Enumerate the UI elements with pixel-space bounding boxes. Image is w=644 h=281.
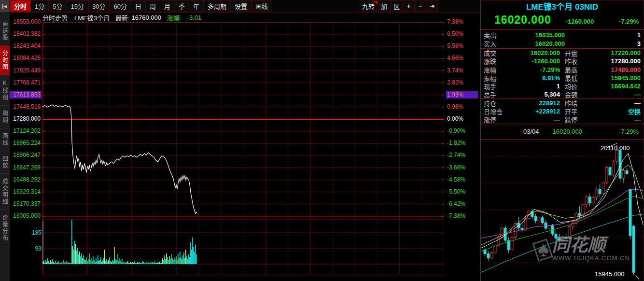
toolbar-button-加[interactable]: 加: [378, 0, 391, 12]
sidebar-item-自选股[interactable]: 自选股: [0, 16, 10, 46]
last-label: 最新:: [115, 13, 130, 22]
price-change: -1260.000: [566, 18, 594, 25]
quote-row-总手: 总手5,304金额—: [481, 90, 644, 98]
quote-symbol-title: LME镍3个月 03NID: [481, 0, 644, 14]
percent-axis-label: 4.66%: [446, 55, 478, 62]
price-axis-label: 16806.247: [10, 152, 42, 159]
price-axis-label: 17124.202: [10, 127, 42, 135]
sidebar-item-价量分布[interactable]: 价量分布: [0, 210, 10, 246]
percent-axis-label: -0.90%: [446, 127, 478, 135]
collapse-left-icon[interactable]: ◀: [0, 0, 10, 12]
left-sidebar: 自选股分时图K线图周期画线回放成交明细价量分布: [0, 13, 10, 281]
percent-axis-label: -3.66%: [446, 164, 478, 171]
price-axis-label: 16005.000: [10, 212, 42, 220]
date-price: 16020.000: [553, 128, 582, 135]
price-axis-label: 17280.000: [10, 115, 42, 123]
tab-季[interactable]: 季: [175, 0, 189, 12]
percent-axis-label: 2.82%: [446, 79, 478, 86]
price-axis-label: 17766.471: [10, 79, 42, 86]
trading-terminal: ◀ 分时1分5分15分30分60分日周月季年多周期设置画线 九转加区+−⇥ 自选…: [0, 0, 644, 281]
price-axis-label: 18402.382: [10, 30, 42, 38]
tab-画线[interactable]: 画线: [252, 0, 272, 12]
percent-axis-label: -6.42%: [446, 200, 478, 208]
tab-15分[interactable]: 15分: [67, 0, 88, 12]
price-axis-label: 18084.426: [10, 55, 42, 62]
tab-月[interactable]: 月: [160, 0, 175, 12]
kline-low-label: 15945.000: [595, 270, 624, 278]
sidebar-item-周期[interactable]: 周期: [0, 106, 10, 128]
sidebar-item-成交明细[interactable]: 成交明细: [0, 174, 10, 210]
volume-axis-label: 93: [10, 245, 42, 252]
sidebar-item-回放[interactable]: 回放: [0, 151, 10, 174]
sidebar-item-画线[interactable]: 画线: [0, 128, 10, 151]
price-axis-label: 16170.337: [10, 200, 42, 208]
quote-detail-rows: 成交16020.000开盘17220.000涨跌-1260.000昨收17280…: [481, 49, 644, 124]
quote-row-涨幅: 涨幅-7.29%最高17485.000: [481, 66, 644, 74]
change-value: -3.01: [187, 14, 202, 21]
tab-分时[interactable]: 分时: [10, 0, 31, 12]
intraday-panel: 分时走势 LME镍3个月 最新: 16760.000 涨幅: -3.01 185…: [10, 13, 480, 281]
toolbar-button-⇥[interactable]: ⇥: [426, 0, 438, 12]
bid-row: 买入16020.0003: [481, 39, 644, 48]
percent-axis-label: 1.93%: [446, 91, 478, 98]
date-percent: -7.29%: [619, 128, 639, 135]
tab-年[interactable]: 年: [189, 0, 204, 12]
price-change-percent: -7.29%: [619, 18, 639, 25]
tab-5分[interactable]: 5分: [49, 0, 67, 12]
quote-row-持仓: 持仓228912昨结—: [481, 99, 644, 107]
bid-ask-block: 卖出16035.0001买入16020.0003: [481, 30, 644, 49]
quote-panel: LME镍3个月 03NID 16020.000 -1260.000 -7.29%…: [480, 0, 644, 281]
quote-row-日增仓: 日增仓+228912开平空换: [481, 107, 644, 115]
quote-row-现手: 现手1均价16694.642: [481, 82, 644, 90]
tab-日[interactable]: 日: [131, 0, 146, 12]
percent-axis-label: 6.50%: [446, 30, 478, 38]
sidebar-item-K线图[interactable]: K线图: [0, 75, 10, 106]
quote-row-涨跌: 涨跌-1260.000昨收17280.000: [481, 57, 644, 65]
price-axis-label: 18555.000: [10, 18, 42, 26]
toolbar-right-buttons: 九转加区+−⇥: [359, 0, 438, 12]
date-row: 03/04 16020.000 -7.29%: [481, 124, 644, 140]
percent-axis-label: 0.98%: [446, 103, 478, 111]
chart-header: 分时走势 LME镍3个月 最新: 16760.000 涨幅: -3.01: [42, 13, 201, 22]
sidebar-item-分时图[interactable]: 分时图: [0, 46, 10, 75]
toolbar-button-+[interactable]: +: [403, 0, 415, 12]
last-value: 16760.000: [132, 14, 161, 21]
kline-chart[interactable]: 20110.00015945.000: [481, 140, 644, 281]
quote-row-涨停: 涨停—跌停—: [481, 115, 644, 124]
tab-多周期[interactable]: 多周期: [204, 0, 231, 12]
percent-axis-label: 7.38%: [446, 18, 478, 26]
price-axis-label: 18243.404: [10, 42, 42, 50]
toolbar-button-区[interactable]: 区: [391, 0, 403, 12]
quote-row-振幅: 振幅8.91%最低15945.000: [481, 74, 644, 82]
percent-axis-label: 0.00%: [446, 115, 478, 123]
percent-axis-label: 3.74%: [446, 67, 478, 74]
last-price: 16020.000: [494, 14, 551, 27]
date-value: 03/04: [523, 128, 539, 135]
toolbar-button-−[interactable]: −: [415, 0, 426, 12]
tab-60分[interactable]: 60分: [110, 0, 131, 12]
price-axis-label: 16329.314: [10, 188, 42, 196]
chart-title: 分时走势: [42, 13, 68, 22]
price-axis-label: 16965.224: [10, 140, 42, 147]
tab-周[interactable]: 周: [146, 0, 160, 12]
percent-axis-label: -7.38%: [446, 212, 478, 220]
price-axis-label: 17448.516: [10, 103, 42, 111]
tab-30分[interactable]: 30分: [88, 0, 110, 12]
percent-axis-label: -2.74%: [446, 152, 478, 159]
percent-axis-label: -5.50%: [446, 188, 478, 196]
price-axis-label: 17925.449: [10, 67, 42, 74]
volume-axis-label: 185: [10, 229, 42, 236]
tab-1分[interactable]: 1分: [31, 0, 49, 12]
price-axis-label: 16488.292: [10, 176, 42, 183]
instrument-name: LME镍3个月: [74, 13, 110, 22]
ask-row: 卖出16035.0001: [481, 30, 644, 39]
toolbar: ◀ 分时1分5分15分30分60分日周月季年多周期设置画线 九转加区+−⇥: [0, 0, 480, 13]
toolbar-button-九转[interactable]: 九转: [359, 0, 378, 12]
percent-axis-label: 5.58%: [446, 42, 478, 50]
tab-设置[interactable]: 设置: [231, 0, 252, 12]
price-axis-label: 16647.269: [10, 164, 42, 171]
price-axis-label: 17613.853: [10, 91, 42, 98]
intraday-chart[interactable]: [42, 22, 444, 275]
quote-row-成交: 成交16020.000开盘17220.000: [481, 49, 644, 57]
percent-axis-label: -1.82%: [446, 140, 478, 147]
